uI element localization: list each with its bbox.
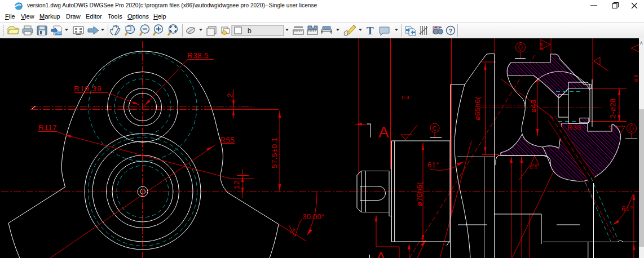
svg-text:2: 2 bbox=[226, 93, 234, 97]
svg-text:?: ? bbox=[449, 28, 453, 34]
svg-text:DWG: DWG bbox=[55, 32, 62, 35]
svg-text:A: A bbox=[378, 123, 389, 141]
svg-text:R30: R30 bbox=[567, 123, 581, 132]
svg-text:1.6: 1.6 bbox=[288, 227, 297, 235]
svg-text:ø43: ø43 bbox=[529, 100, 537, 113]
svg-text:30.00°: 30.00° bbox=[302, 212, 324, 221]
svg-text:ø65h6(: ø65h6( bbox=[473, 96, 482, 121]
svg-text:12: 12 bbox=[232, 180, 241, 189]
svg-text:R38.5: R38.5 bbox=[187, 51, 209, 60]
svg-text:2-ø28: 2-ø28 bbox=[608, 99, 617, 118]
svg-text:R19.39: R19.39 bbox=[74, 84, 102, 93]
svg-text:A: A bbox=[376, 249, 386, 258]
svg-text:57.5±0.1: 57.5±0.1 bbox=[270, 137, 279, 168]
svg-text:0.4: 0.4 bbox=[402, 94, 409, 100]
svg-text:0.4: 0.4 bbox=[530, 164, 537, 170]
svg-text:0.8: 0.8 bbox=[539, 43, 544, 50]
svg-text:R117: R117 bbox=[38, 123, 57, 132]
svg-text:T: T bbox=[367, 25, 374, 37]
svg-text:b: b bbox=[248, 27, 252, 35]
svg-text:61°: 61° bbox=[427, 161, 439, 169]
svg-text:0.8: 0.8 bbox=[633, 74, 639, 82]
svg-text:61°: 61° bbox=[621, 204, 633, 213]
svg-text:C: C bbox=[433, 126, 437, 132]
svg-text:ø70h6(: ø70h6( bbox=[415, 182, 424, 206]
svg-text:R55: R55 bbox=[220, 136, 235, 144]
